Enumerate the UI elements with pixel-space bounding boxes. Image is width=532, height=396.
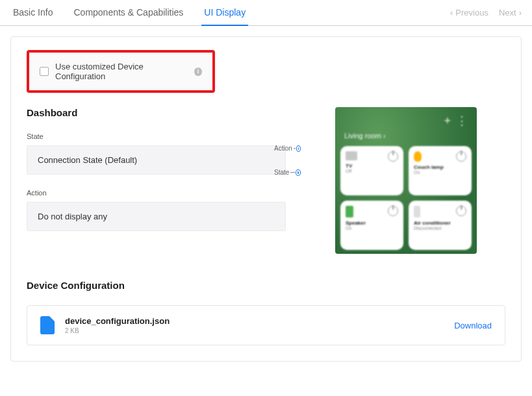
info-icon[interactable]: i xyxy=(194,68,202,76)
customize-config-label: Use customized Device Configuration xyxy=(55,62,188,81)
customize-config-checkbox[interactable] xyxy=(40,67,49,76)
file-icon xyxy=(40,316,55,334)
customize-config-highlight: Use customized Device Configuration i xyxy=(27,50,215,93)
tile-couch-lamp: Couch lampOn xyxy=(409,146,472,195)
previous-button[interactable]: ‹ Previous xyxy=(450,8,488,18)
state-select[interactable]: Connection State (Default) xyxy=(27,145,286,175)
more-icon: ⋮ xyxy=(456,114,468,128)
room-label: Living room › xyxy=(340,129,472,146)
dashboard-heading: Dashboard xyxy=(27,107,286,118)
dashboard-preview: Action State +⋮ Living room › TVOff Couc… xyxy=(304,107,505,254)
device-config-heading: Device Configuration xyxy=(27,280,505,291)
preview-state-pointer: State xyxy=(274,169,300,176)
file-size: 2 KB xyxy=(65,327,170,334)
action-select[interactable]: Do not display any xyxy=(27,202,286,231)
chevron-left-icon: ‹ xyxy=(450,8,453,18)
power-icon xyxy=(388,206,398,216)
tab-bar: Basic Info Components & Capabilities UI … xyxy=(0,0,532,26)
state-label: State xyxy=(27,132,286,140)
tab-ui-display[interactable]: UI Display xyxy=(201,0,248,26)
tile-speaker: SpeakerOn xyxy=(340,201,403,250)
tile-tv: TVOff xyxy=(340,146,403,195)
tab-basic-info[interactable]: Basic Info xyxy=(10,0,55,26)
plus-icon: + xyxy=(444,114,451,128)
power-icon xyxy=(456,151,466,162)
chevron-right-icon: › xyxy=(519,8,522,18)
power-icon xyxy=(456,206,466,216)
device-config-file-row: device_configuration.json 2 KB Download xyxy=(27,305,505,345)
tile-air-conditioner: Air conditionerDisconnected xyxy=(409,201,472,250)
download-link[interactable]: Download xyxy=(454,321,492,330)
action-label: Action xyxy=(27,189,286,197)
next-button[interactable]: Next › xyxy=(499,8,522,18)
file-name: device_configuration.json xyxy=(65,316,170,326)
tab-components[interactable]: Components & Capabilities xyxy=(71,0,186,26)
preview-action-pointer: Action xyxy=(274,145,300,152)
power-icon xyxy=(388,151,398,162)
page-nav: ‹ Previous Next › xyxy=(450,8,522,18)
ui-display-card: Use customized Device Configuration i Da… xyxy=(10,36,522,362)
